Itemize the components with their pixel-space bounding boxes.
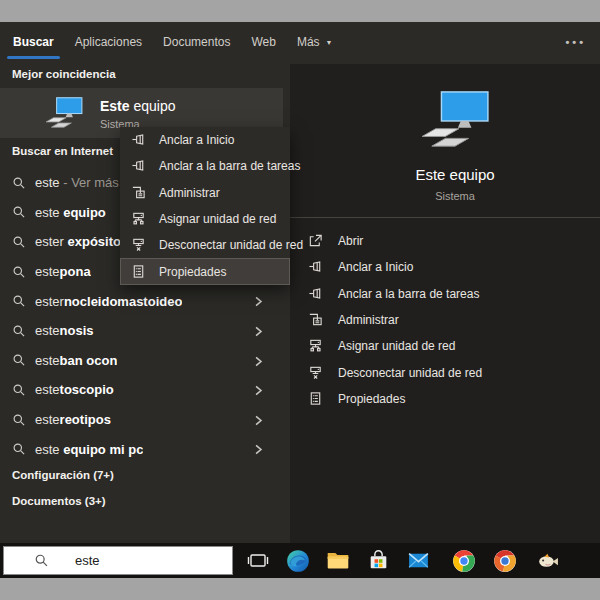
file-explorer-icon: [325, 548, 351, 574]
search-filter-tab[interactable]: Más ▼: [297, 22, 333, 62]
manage-icon: [131, 185, 147, 201]
fish-app-icon: [535, 548, 560, 573]
map-drive-icon: [131, 211, 147, 227]
context-menu-item[interactable]: Administrar: [120, 180, 290, 206]
suggestion-row[interactable]: estetoscopio: [0, 375, 283, 405]
computer-icon: [416, 136, 494, 153]
documents-section-header[interactable]: Documentos (3+): [12, 495, 106, 507]
suggestion-row[interactable]: estenosis: [0, 316, 283, 346]
chevron-right-icon[interactable]: [252, 294, 265, 312]
taskbar-search-input[interactable]: [75, 553, 225, 568]
taskbar: [0, 543, 600, 578]
search-icon: [12, 235, 26, 249]
search-filter-tab[interactable]: Web: [251, 22, 275, 62]
preview-action[interactable]: Propiedades: [290, 386, 600, 412]
search-icon: [12, 324, 26, 338]
mail-icon: [406, 548, 431, 573]
search-filter-tab[interactable]: Buscar: [13, 22, 54, 62]
preview-panel: Este equipo Sistema Abrir Anclar a Inici…: [290, 64, 600, 543]
chevron-down-icon: ▼: [326, 39, 333, 46]
search-icon: [12, 205, 26, 219]
context-menu: Anclar a Inicio Anclar a la barra de tar…: [120, 127, 290, 285]
preview-action[interactable]: Anclar a Inicio: [290, 254, 600, 280]
chrome-icon: [451, 548, 477, 574]
more-options-icon[interactable]: •••: [565, 22, 586, 62]
search-filter-tabbar: Buscar Aplicaciones Documentos Web: [0, 22, 600, 62]
manage-icon: [308, 312, 324, 328]
search-icon: [12, 265, 26, 279]
taskbar-icon-row: [238, 543, 567, 578]
suggestion-row[interactable]: estereotipos: [0, 405, 283, 435]
search-icon: [12, 353, 26, 367]
search-icon: [12, 413, 26, 427]
pin-icon: [131, 132, 147, 148]
preview-action[interactable]: Administrar: [290, 307, 600, 333]
suggestion-row[interactable]: esternocleidomastoideo: [0, 286, 283, 316]
preview-subtitle: Sistema: [300, 190, 600, 202]
search-filter-tab[interactable]: Aplicaciones: [75, 22, 142, 62]
search-icon: [34, 553, 49, 568]
best-match-header: Mejor coincidencia: [12, 68, 116, 80]
edge-icon: [285, 548, 311, 574]
chevron-right-icon[interactable]: [252, 324, 265, 342]
preview-action[interactable]: Anclar a la barra de tareas: [290, 281, 600, 307]
search-icon: [12, 294, 26, 308]
context-menu-item[interactable]: Anclar a la barra de tareas: [120, 153, 290, 179]
open-icon: [308, 233, 324, 249]
properties-icon: [131, 264, 147, 280]
settings-section-header[interactable]: Configuración (7+): [12, 469, 114, 481]
search-filter-tab[interactable]: Documentos: [163, 22, 230, 62]
search-icon: [12, 176, 26, 190]
context-menu-item[interactable]: Propiedades: [120, 258, 290, 284]
preview-title: Este equipo: [300, 166, 600, 183]
chevron-right-icon[interactable]: [252, 354, 265, 372]
pin-icon: [131, 158, 147, 174]
map-drive-icon: [308, 338, 324, 354]
preview-action[interactable]: Asignar unidad de red: [290, 333, 600, 359]
computer-icon: [44, 96, 84, 130]
disconnect-drive-icon: [131, 237, 147, 253]
chevron-right-icon[interactable]: [252, 442, 265, 460]
chevron-right-icon[interactable]: [252, 413, 265, 431]
suggestion-row[interactable]: esteban ocon: [0, 346, 283, 376]
properties-icon: [308, 391, 324, 407]
best-match-title: Este equipo: [100, 98, 176, 114]
windows-search-screen: Buscar Aplicaciones Documentos Web: [0, 0, 600, 600]
context-menu-item[interactable]: Desconectar unidad de red: [120, 232, 290, 258]
search-icon: [12, 442, 26, 456]
context-menu-item[interactable]: Asignar unidad de red: [120, 206, 290, 232]
pin-icon: [308, 259, 324, 275]
store-icon: [366, 548, 391, 573]
taskbar-search-box[interactable]: [3, 546, 233, 575]
pin-icon: [308, 286, 324, 302]
preview-action[interactable]: Desconectar unidad de red: [290, 359, 600, 385]
search-icon: [12, 383, 26, 397]
suggestion-row[interactable]: este equipo mi pc: [0, 434, 283, 464]
disconnect-drive-icon: [308, 365, 324, 381]
separator: [290, 217, 600, 218]
context-menu-item[interactable]: Anclar a Inicio: [120, 127, 290, 153]
preview-action-list: Abrir Anclar a Inicio Anclar a la barra …: [290, 226, 600, 412]
preview-action[interactable]: Abrir: [290, 228, 600, 254]
web-search-header: Buscar en Internet: [12, 145, 113, 157]
chrome-alt-icon: [492, 548, 518, 574]
task-view-icon: [246, 549, 270, 573]
chevron-right-icon[interactable]: [252, 383, 265, 401]
